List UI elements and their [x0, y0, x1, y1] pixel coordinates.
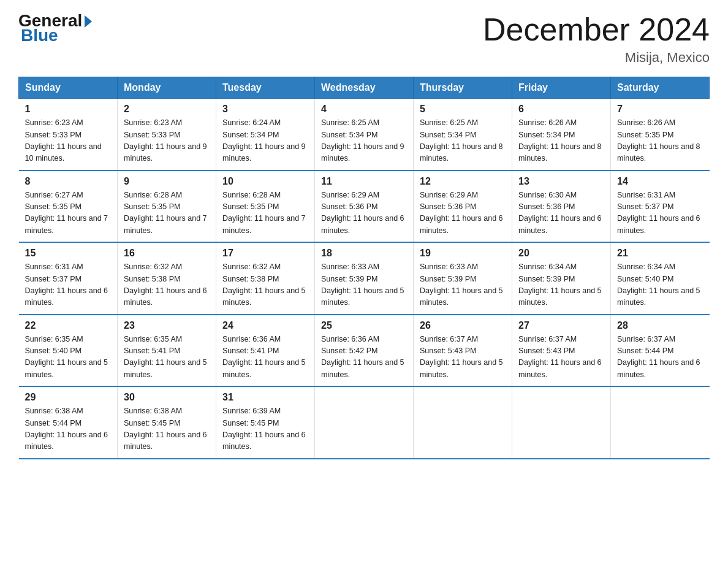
calendar-subtitle: Misija, Mexico — [483, 50, 710, 66]
calendar-cell: 20 Sunrise: 6:34 AMSunset: 5:39 PMDaylig… — [512, 242, 611, 315]
day-number: 12 — [420, 176, 506, 187]
calendar-cell: 10 Sunrise: 6:28 AMSunset: 5:35 PMDaylig… — [216, 170, 315, 243]
day-info: Sunrise: 6:37 AMSunset: 5:43 PMDaylight:… — [420, 335, 503, 379]
day-info: Sunrise: 6:37 AMSunset: 5:43 PMDaylight:… — [518, 335, 602, 379]
day-info: Sunrise: 6:30 AMSunset: 5:36 PMDaylight:… — [518, 191, 602, 235]
day-info: Sunrise: 6:31 AMSunset: 5:37 PMDaylight:… — [25, 262, 108, 307]
day-number: 1 — [25, 104, 112, 115]
calendar-cell: 8 Sunrise: 6:27 AMSunset: 5:35 PMDayligh… — [19, 170, 118, 243]
day-info: Sunrise: 6:38 AMSunset: 5:44 PMDaylight:… — [25, 407, 108, 451]
day-number: 17 — [222, 248, 308, 259]
day-number: 9 — [124, 176, 210, 187]
day-number: 25 — [321, 320, 407, 331]
calendar-cell: 12 Sunrise: 6:29 AMSunset: 5:36 PMDaylig… — [414, 170, 512, 243]
day-number: 10 — [222, 176, 308, 187]
day-number: 23 — [124, 320, 210, 331]
day-info: Sunrise: 6:36 AMSunset: 5:42 PMDaylight:… — [321, 335, 404, 379]
logo-blue-text: Blue — [18, 27, 92, 44]
calendar-cell: 17 Sunrise: 6:32 AMSunset: 5:38 PMDaylig… — [216, 242, 315, 315]
day-number: 7 — [617, 104, 703, 115]
day-number: 4 — [321, 104, 407, 115]
logo-arrow-icon — [85, 15, 92, 28]
day-info: Sunrise: 6:38 AMSunset: 5:45 PMDaylight:… — [124, 407, 207, 451]
day-number: 18 — [321, 248, 407, 259]
day-info: Sunrise: 6:25 AMSunset: 5:34 PMDaylight:… — [321, 118, 404, 163]
day-info: Sunrise: 6:35 AMSunset: 5:40 PMDaylight:… — [25, 335, 108, 379]
day-info: Sunrise: 6:33 AMSunset: 5:39 PMDaylight:… — [321, 262, 404, 307]
calendar-cell: 14 Sunrise: 6:31 AMSunset: 5:37 PMDaylig… — [611, 170, 710, 243]
calendar-cell: 3 Sunrise: 6:24 AMSunset: 5:34 PMDayligh… — [216, 99, 315, 170]
calendar-cell: 18 Sunrise: 6:33 AMSunset: 5:39 PMDaylig… — [315, 242, 414, 315]
calendar-cell: 7 Sunrise: 6:26 AMSunset: 5:35 PMDayligh… — [611, 99, 710, 170]
calendar-cell: 4 Sunrise: 6:25 AMSunset: 5:34 PMDayligh… — [315, 99, 414, 170]
day-info: Sunrise: 6:28 AMSunset: 5:35 PMDaylight:… — [124, 191, 207, 235]
day-info: Sunrise: 6:24 AMSunset: 5:34 PMDaylight:… — [222, 118, 306, 163]
day-number: 14 — [617, 176, 703, 187]
day-info: Sunrise: 6:23 AMSunset: 5:33 PMDaylight:… — [25, 118, 102, 163]
week-row-3: 15 Sunrise: 6:31 AMSunset: 5:37 PMDaylig… — [19, 242, 710, 315]
calendar-cell: 11 Sunrise: 6:29 AMSunset: 5:36 PMDaylig… — [315, 170, 414, 243]
page-header: General Blue December 2024 Misija, Mexic… — [18, 12, 710, 66]
day-info: Sunrise: 6:29 AMSunset: 5:36 PMDaylight:… — [420, 191, 503, 235]
day-number: 8 — [25, 176, 112, 187]
calendar-cell: 2 Sunrise: 6:23 AMSunset: 5:33 PMDayligh… — [118, 99, 216, 170]
calendar-body: 1 Sunrise: 6:23 AMSunset: 5:33 PMDayligh… — [19, 99, 710, 459]
header-wednesday: Wednesday — [315, 77, 414, 99]
day-info: Sunrise: 6:35 AMSunset: 5:41 PMDaylight:… — [124, 335, 207, 379]
day-info: Sunrise: 6:37 AMSunset: 5:44 PMDaylight:… — [617, 335, 700, 379]
day-number: 26 — [420, 320, 506, 331]
day-info: Sunrise: 6:31 AMSunset: 5:37 PMDaylight:… — [617, 191, 700, 235]
day-number: 27 — [518, 320, 604, 331]
calendar-cell: 15 Sunrise: 6:31 AMSunset: 5:37 PMDaylig… — [19, 242, 118, 315]
day-number: 15 — [25, 248, 112, 259]
day-info: Sunrise: 6:33 AMSunset: 5:39 PMDaylight:… — [420, 262, 503, 307]
title-block: December 2024 Misija, Mexico — [483, 12, 710, 66]
day-info: Sunrise: 6:26 AMSunset: 5:35 PMDaylight:… — [617, 118, 700, 163]
day-number: 3 — [222, 104, 308, 115]
header-sunday: Sunday — [19, 77, 118, 99]
day-number: 16 — [124, 248, 210, 259]
calendar-cell: 21 Sunrise: 6:34 AMSunset: 5:40 PMDaylig… — [611, 242, 710, 315]
calendar-cell: 25 Sunrise: 6:36 AMSunset: 5:42 PMDaylig… — [315, 315, 414, 387]
day-number: 24 — [222, 320, 308, 331]
day-number: 31 — [222, 392, 308, 403]
day-number: 20 — [518, 248, 604, 259]
day-number: 30 — [124, 392, 210, 403]
header-thursday: Thursday — [414, 77, 512, 99]
day-number: 28 — [617, 320, 703, 331]
day-info: Sunrise: 6:27 AMSunset: 5:35 PMDaylight:… — [25, 191, 108, 235]
day-number: 13 — [518, 176, 604, 187]
calendar-table: SundayMondayTuesdayWednesdayThursdayFrid… — [18, 77, 710, 459]
header-tuesday: Tuesday — [216, 77, 315, 99]
week-row-4: 22 Sunrise: 6:35 AMSunset: 5:40 PMDaylig… — [19, 315, 710, 387]
day-number: 21 — [617, 248, 703, 259]
day-number: 19 — [420, 248, 506, 259]
calendar-cell: 19 Sunrise: 6:33 AMSunset: 5:39 PMDaylig… — [414, 242, 512, 315]
calendar-cell: 28 Sunrise: 6:37 AMSunset: 5:44 PMDaylig… — [611, 315, 710, 387]
calendar-cell — [611, 386, 710, 459]
calendar-cell: 26 Sunrise: 6:37 AMSunset: 5:43 PMDaylig… — [414, 315, 512, 387]
day-info: Sunrise: 6:39 AMSunset: 5:45 PMDaylight:… — [222, 407, 306, 451]
calendar-cell: 30 Sunrise: 6:38 AMSunset: 5:45 PMDaylig… — [118, 386, 216, 459]
calendar-header: SundayMondayTuesdayWednesdayThursdayFrid… — [19, 77, 710, 99]
week-row-2: 8 Sunrise: 6:27 AMSunset: 5:35 PMDayligh… — [19, 170, 710, 243]
calendar-cell: 29 Sunrise: 6:38 AMSunset: 5:44 PMDaylig… — [19, 386, 118, 459]
calendar-cell — [512, 386, 611, 459]
day-info: Sunrise: 6:29 AMSunset: 5:36 PMDaylight:… — [321, 191, 404, 235]
day-info: Sunrise: 6:32 AMSunset: 5:38 PMDaylight:… — [222, 262, 306, 307]
calendar-cell: 1 Sunrise: 6:23 AMSunset: 5:33 PMDayligh… — [19, 99, 118, 170]
day-number: 2 — [124, 104, 210, 115]
day-number: 29 — [25, 392, 112, 403]
day-info: Sunrise: 6:26 AMSunset: 5:34 PMDaylight:… — [518, 118, 602, 163]
calendar-cell: 9 Sunrise: 6:28 AMSunset: 5:35 PMDayligh… — [118, 170, 216, 243]
calendar-cell: 6 Sunrise: 6:26 AMSunset: 5:34 PMDayligh… — [512, 99, 611, 170]
calendar-cell: 22 Sunrise: 6:35 AMSunset: 5:40 PMDaylig… — [19, 315, 118, 387]
calendar-cell — [315, 386, 414, 459]
header-row: SundayMondayTuesdayWednesdayThursdayFrid… — [19, 77, 710, 99]
day-info: Sunrise: 6:28 AMSunset: 5:35 PMDaylight:… — [222, 191, 306, 235]
day-info: Sunrise: 6:34 AMSunset: 5:40 PMDaylight:… — [617, 262, 700, 307]
calendar-cell: 31 Sunrise: 6:39 AMSunset: 5:45 PMDaylig… — [216, 386, 315, 459]
calendar-cell: 24 Sunrise: 6:36 AMSunset: 5:41 PMDaylig… — [216, 315, 315, 387]
day-info: Sunrise: 6:25 AMSunset: 5:34 PMDaylight:… — [420, 118, 503, 163]
calendar-cell: 16 Sunrise: 6:32 AMSunset: 5:38 PMDaylig… — [118, 242, 216, 315]
